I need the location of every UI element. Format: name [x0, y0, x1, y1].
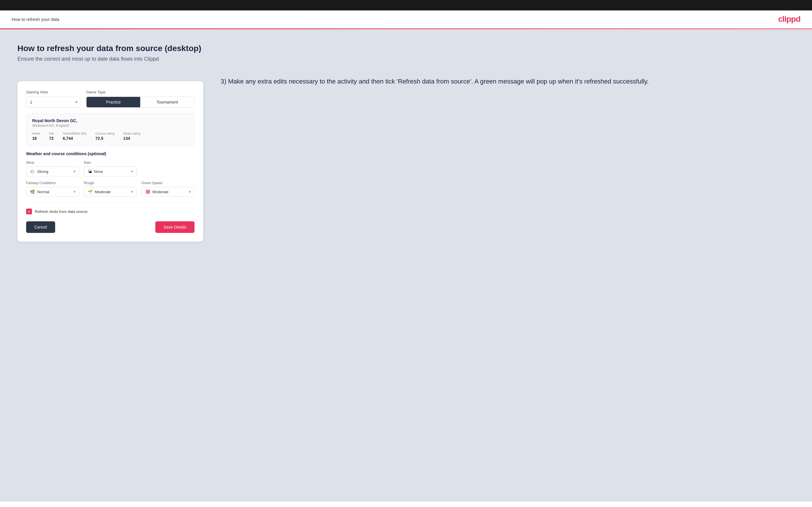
rough-value: Moderate: [95, 190, 132, 194]
game-type-buttons: Practice Tournament: [86, 97, 195, 108]
course-rating-value: 72.5: [96, 136, 115, 141]
course-stats: Holes 18 Par 72 Yards/White (M)) 6,744: [32, 132, 189, 141]
fairway-row: Fairway Conditions 🌿 Normal ▾ Rough 🌱 Mo…: [26, 181, 195, 196]
stat-yards: Yards/White (M)) 6,744: [63, 132, 87, 141]
green-speed-value: Moderate: [152, 190, 189, 194]
slope-rating-label: Slope rating: [123, 132, 141, 135]
game-type-label: Game Type: [86, 90, 195, 94]
wind-chevron-icon: ▾: [74, 170, 75, 173]
stat-par: Par 72: [49, 132, 54, 141]
fairway-select[interactable]: 🌿 Normal ▾: [26, 187, 79, 196]
description-text: 3) Make any extra edits necessary to the…: [221, 76, 795, 86]
form-divider: [26, 203, 195, 203]
holes-label: Holes: [32, 132, 40, 135]
stat-slope-rating: Slope rating 134: [123, 132, 141, 141]
rain-label: Rain: [84, 161, 137, 165]
rain-value: None: [94, 169, 132, 174]
stat-holes: Holes 18: [32, 132, 40, 141]
header-title: How to refresh your data: [12, 17, 59, 22]
par-value: 72: [49, 136, 54, 141]
page-title: How to refresh your data from source (de…: [17, 44, 795, 53]
rough-icon: 🌱: [88, 189, 93, 194]
page-subtitle: Ensure the correct and most up to date d…: [17, 56, 795, 62]
button-row: Cancel Save Details: [26, 221, 195, 233]
rain-icon: 🌤: [88, 169, 92, 174]
game-type-group: Game Type Practice Tournament: [86, 90, 195, 108]
green-speed-group: Green Speed 🎯 Moderate ▾: [141, 181, 195, 196]
form-card: Starting Hole 1 10 ▾ Game Type Practi: [17, 74, 203, 242]
starting-hole-group: Starting Hole 1 10 ▾: [26, 90, 81, 108]
rough-group: Rough 🌱 Moderate ▾: [84, 181, 137, 196]
course-name: Royal North Devon GC,: [32, 118, 189, 123]
refresh-label: Refresh shots from data source: [35, 210, 87, 214]
main-content: How to refresh your data from source (de…: [0, 29, 812, 502]
green-speed-icon: 🎯: [145, 189, 150, 194]
rough-select[interactable]: 🌱 Moderate ▾: [84, 187, 137, 196]
wind-value: Strong: [37, 169, 74, 174]
wind-group: Wind 💨 Strong ▾: [26, 161, 79, 176]
rough-label: Rough: [84, 181, 137, 185]
fairway-icon: 🌿: [30, 189, 35, 194]
refresh-checkbox[interactable]: [26, 209, 32, 214]
wind-select[interactable]: 💨 Strong ▾: [26, 167, 79, 176]
green-speed-label: Green Speed: [141, 181, 195, 185]
tournament-button[interactable]: Tournament: [140, 97, 194, 107]
fairway-value: Normal: [37, 190, 74, 194]
starting-hole-select[interactable]: 1 10: [27, 97, 80, 107]
slope-rating-value: 134: [123, 136, 141, 141]
green-speed-select[interactable]: 🎯 Moderate ▾: [141, 187, 195, 196]
wind-icon: 💨: [30, 169, 35, 174]
wind-rain-row: Wind 💨 Strong ▾ Rain 🌤 None ▾: [26, 161, 195, 176]
logo: clippd: [778, 14, 800, 24]
content-row: Starting Hole 1 10 ▾ Game Type Practi: [17, 74, 795, 242]
footer: Copyright Clippd 2022: [0, 502, 812, 507]
starting-hole-select-wrapper[interactable]: 1 10 ▾: [26, 97, 81, 108]
rain-group: Rain 🌤 None ▾: [84, 161, 137, 176]
spacer-group: [141, 161, 195, 176]
fairway-group: Fairway Conditions 🌿 Normal ▾: [26, 181, 79, 196]
side-description: 3) Make any extra edits necessary to the…: [221, 74, 795, 86]
refresh-row: Refresh shots from data source: [26, 209, 195, 214]
form-panel: Starting Hole 1 10 ▾ Game Type Practi: [17, 81, 203, 242]
save-button[interactable]: Save Details: [155, 221, 195, 233]
top-stub: [17, 74, 104, 75]
course-info-box: Royal North Devon GC, Westward Ho!, Engl…: [26, 113, 195, 146]
practice-button[interactable]: Practice: [87, 97, 141, 107]
fairway-label: Fairway Conditions: [26, 181, 79, 185]
rain-chevron-icon: ▾: [131, 170, 133, 173]
green-speed-chevron-icon: ▾: [189, 190, 191, 194]
conditions-title: Weather and course conditions (optional): [26, 152, 195, 156]
top-form-row: Starting Hole 1 10 ▾ Game Type Practi: [26, 90, 195, 108]
starting-hole-label: Starting Hole: [26, 90, 81, 94]
stat-course-rating: Course rating 72.5: [96, 132, 115, 141]
par-label: Par: [49, 132, 54, 135]
wind-label: Wind: [26, 161, 79, 165]
cancel-button[interactable]: Cancel: [26, 221, 55, 233]
course-rating-label: Course rating: [96, 132, 115, 135]
rough-chevron-icon: ▾: [131, 190, 133, 194]
holes-value: 18: [32, 136, 40, 141]
course-location: Westward Ho!, England: [32, 123, 189, 128]
yards-label: Yards/White (M)): [63, 132, 87, 135]
fairway-chevron-icon: ▾: [74, 190, 75, 194]
header: How to refresh your data clippd: [0, 10, 812, 29]
rain-select[interactable]: 🌤 None ▾: [84, 167, 137, 176]
yards-value: 6,744: [63, 136, 87, 141]
